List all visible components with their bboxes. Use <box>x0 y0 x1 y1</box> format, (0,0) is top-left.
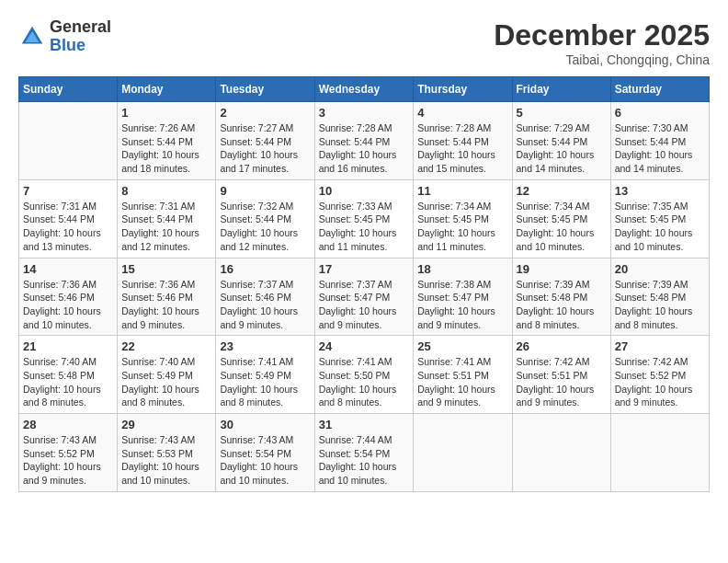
day-number: 14 <box>23 262 113 276</box>
calendar-cell: 30Sunrise: 7:43 AMSunset: 5:54 PMDayligh… <box>216 414 314 492</box>
location: Taibai, Chongqing, China <box>494 52 710 67</box>
calendar-cell: 2Sunrise: 7:27 AMSunset: 5:44 PMDaylight… <box>216 102 314 180</box>
logo: General Blue <box>18 18 111 55</box>
day-number: 11 <box>417 184 507 198</box>
title-area: December 2025 Taibai, Chongqing, China <box>494 18 710 67</box>
day-number: 9 <box>220 184 310 198</box>
logo-text: General Blue <box>50 18 111 55</box>
calendar-cell: 19Sunrise: 7:39 AMSunset: 5:48 PMDayligh… <box>512 258 610 336</box>
day-number: 31 <box>319 418 410 431</box>
calendar-week-row: 7Sunrise: 7:31 AMSunset: 5:44 PMDaylight… <box>19 179 710 258</box>
day-header-monday: Monday <box>118 77 216 102</box>
day-number: 17 <box>319 262 410 276</box>
calendar-cell: 26Sunrise: 7:42 AMSunset: 5:51 PMDayligh… <box>512 336 610 414</box>
day-info: Sunrise: 7:32 AMSunset: 5:44 PMDaylight:… <box>220 200 310 254</box>
calendar-cell: 5Sunrise: 7:29 AMSunset: 5:44 PMDaylight… <box>512 102 610 180</box>
day-info: Sunrise: 7:43 AMSunset: 5:53 PMDaylight:… <box>121 433 211 488</box>
day-info: Sunrise: 7:37 AMSunset: 5:46 PMDaylight:… <box>220 278 310 332</box>
page-header: General Blue December 2025 Taibai, Chong… <box>18 18 710 67</box>
day-info: Sunrise: 7:39 AMSunset: 5:48 PMDaylight:… <box>615 278 705 332</box>
day-number: 12 <box>517 184 607 198</box>
day-number: 26 <box>517 339 607 353</box>
day-number: 8 <box>121 184 211 198</box>
day-number: 30 <box>220 418 310 431</box>
calendar-cell <box>512 414 610 492</box>
logo-icon <box>18 23 46 51</box>
calendar-cell: 20Sunrise: 7:39 AMSunset: 5:48 PMDayligh… <box>610 258 709 336</box>
calendar-cell: 1Sunrise: 7:26 AMSunset: 5:44 PMDaylight… <box>118 102 216 180</box>
calendar-week-row: 1Sunrise: 7:26 AMSunset: 5:44 PMDaylight… <box>19 102 710 180</box>
day-info: Sunrise: 7:34 AMSunset: 5:45 PMDaylight:… <box>417 200 507 254</box>
calendar-cell: 21Sunrise: 7:40 AMSunset: 5:48 PMDayligh… <box>19 336 118 414</box>
calendar-cell: 13Sunrise: 7:35 AMSunset: 5:45 PMDayligh… <box>610 179 709 258</box>
day-number: 23 <box>220 339 310 353</box>
day-info: Sunrise: 7:36 AMSunset: 5:46 PMDaylight:… <box>23 278 113 332</box>
day-header-tuesday: Tuesday <box>216 77 314 102</box>
day-number: 1 <box>121 106 211 120</box>
day-number: 22 <box>121 339 211 353</box>
day-number: 6 <box>615 106 705 120</box>
day-number: 16 <box>220 262 310 276</box>
day-info: Sunrise: 7:28 AMSunset: 5:44 PMDaylight:… <box>319 121 410 176</box>
calendar-cell: 10Sunrise: 7:33 AMSunset: 5:45 PMDayligh… <box>314 179 414 258</box>
calendar-cell: 31Sunrise: 7:44 AMSunset: 5:54 PMDayligh… <box>314 414 414 492</box>
day-info: Sunrise: 7:35 AMSunset: 5:45 PMDaylight:… <box>615 200 705 254</box>
day-number: 15 <box>121 262 211 276</box>
calendar-cell: 27Sunrise: 7:42 AMSunset: 5:52 PMDayligh… <box>610 336 709 414</box>
day-info: Sunrise: 7:44 AMSunset: 5:54 PMDaylight:… <box>319 433 410 488</box>
day-info: Sunrise: 7:37 AMSunset: 5:47 PMDaylight:… <box>319 278 410 332</box>
day-header-friday: Friday <box>512 77 610 102</box>
calendar-cell: 28Sunrise: 7:43 AMSunset: 5:52 PMDayligh… <box>19 414 118 492</box>
logo-blue: Blue <box>50 37 111 55</box>
calendar-cell: 4Sunrise: 7:28 AMSunset: 5:44 PMDaylight… <box>414 102 512 180</box>
day-number: 25 <box>417 339 507 353</box>
day-number: 3 <box>319 106 410 120</box>
calendar-week-row: 14Sunrise: 7:36 AMSunset: 5:46 PMDayligh… <box>19 258 710 336</box>
day-info: Sunrise: 7:42 AMSunset: 5:51 PMDaylight:… <box>517 355 607 409</box>
calendar-cell: 18Sunrise: 7:38 AMSunset: 5:47 PMDayligh… <box>414 258 512 336</box>
day-number: 18 <box>417 262 507 276</box>
calendar-cell: 14Sunrise: 7:36 AMSunset: 5:46 PMDayligh… <box>19 258 118 336</box>
calendar-cell: 7Sunrise: 7:31 AMSunset: 5:44 PMDaylight… <box>19 179 118 258</box>
day-info: Sunrise: 7:31 AMSunset: 5:44 PMDaylight:… <box>121 200 211 254</box>
day-info: Sunrise: 7:36 AMSunset: 5:46 PMDaylight:… <box>121 278 211 332</box>
calendar-table: SundayMondayTuesdayWednesdayThursdayFrid… <box>18 76 710 492</box>
day-header-saturday: Saturday <box>610 77 709 102</box>
day-number: 29 <box>121 418 211 431</box>
calendar-cell: 11Sunrise: 7:34 AMSunset: 5:45 PMDayligh… <box>414 179 512 258</box>
day-info: Sunrise: 7:43 AMSunset: 5:54 PMDaylight:… <box>220 433 310 488</box>
day-info: Sunrise: 7:34 AMSunset: 5:45 PMDaylight:… <box>517 200 607 254</box>
day-number: 2 <box>220 106 310 120</box>
calendar-week-row: 28Sunrise: 7:43 AMSunset: 5:52 PMDayligh… <box>19 414 710 492</box>
day-header-sunday: Sunday <box>19 77 118 102</box>
day-number: 28 <box>23 418 113 431</box>
day-number: 24 <box>319 339 410 353</box>
day-info: Sunrise: 7:41 AMSunset: 5:51 PMDaylight:… <box>417 355 507 409</box>
calendar-cell: 23Sunrise: 7:41 AMSunset: 5:49 PMDayligh… <box>216 336 314 414</box>
day-info: Sunrise: 7:42 AMSunset: 5:52 PMDaylight:… <box>615 355 705 409</box>
calendar-cell: 9Sunrise: 7:32 AMSunset: 5:44 PMDaylight… <box>216 179 314 258</box>
calendar-cell: 29Sunrise: 7:43 AMSunset: 5:53 PMDayligh… <box>118 414 216 492</box>
day-number: 21 <box>23 339 113 353</box>
day-number: 10 <box>319 184 410 198</box>
calendar-cell: 24Sunrise: 7:41 AMSunset: 5:50 PMDayligh… <box>314 336 414 414</box>
day-info: Sunrise: 7:31 AMSunset: 5:44 PMDaylight:… <box>23 200 113 254</box>
day-number: 27 <box>615 339 705 353</box>
day-info: Sunrise: 7:40 AMSunset: 5:48 PMDaylight:… <box>23 355 113 409</box>
calendar-cell: 8Sunrise: 7:31 AMSunset: 5:44 PMDaylight… <box>118 179 216 258</box>
day-info: Sunrise: 7:43 AMSunset: 5:52 PMDaylight:… <box>23 433 113 488</box>
calendar-cell: 22Sunrise: 7:40 AMSunset: 5:49 PMDayligh… <box>118 336 216 414</box>
calendar-cell: 6Sunrise: 7:30 AMSunset: 5:44 PMDaylight… <box>610 102 709 180</box>
logo-general: General <box>50 18 111 37</box>
day-info: Sunrise: 7:33 AMSunset: 5:45 PMDaylight:… <box>319 200 410 254</box>
day-number: 4 <box>417 106 507 120</box>
calendar-cell <box>414 414 512 492</box>
calendar-week-row: 21Sunrise: 7:40 AMSunset: 5:48 PMDayligh… <box>19 336 710 414</box>
day-number: 20 <box>615 262 705 276</box>
month-title: December 2025 <box>494 18 710 52</box>
day-info: Sunrise: 7:41 AMSunset: 5:49 PMDaylight:… <box>220 355 310 409</box>
day-info: Sunrise: 7:41 AMSunset: 5:50 PMDaylight:… <box>319 355 410 409</box>
day-info: Sunrise: 7:40 AMSunset: 5:49 PMDaylight:… <box>121 355 211 409</box>
day-info: Sunrise: 7:29 AMSunset: 5:44 PMDaylight:… <box>517 121 607 176</box>
day-info: Sunrise: 7:39 AMSunset: 5:48 PMDaylight:… <box>517 278 607 332</box>
